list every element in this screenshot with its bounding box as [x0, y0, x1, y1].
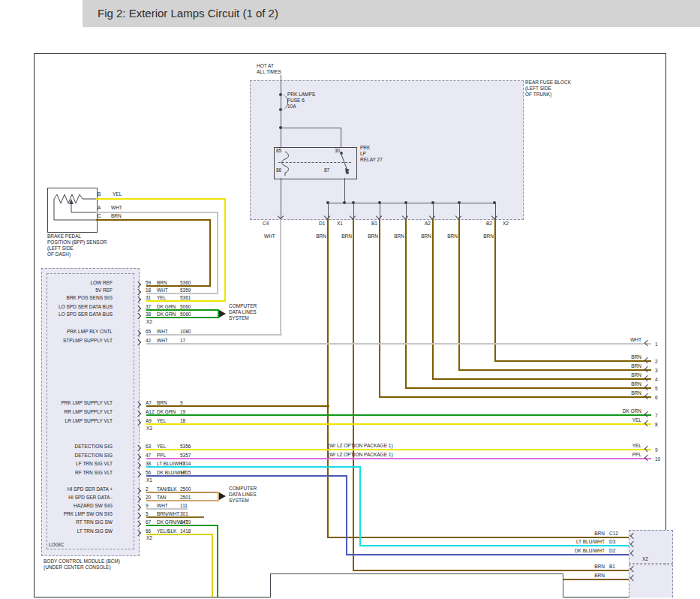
connector-icon: [644, 420, 650, 426]
wire-hi-spd-plus: [146, 492, 219, 493]
connector-icon: [644, 340, 650, 346]
pin-connector-icon: [135, 339, 141, 345]
wire-color-label: PPL: [596, 452, 641, 458]
terminal-number: 1: [655, 342, 658, 348]
relay-name-label: PRK LP RELAY 27: [360, 145, 383, 163]
junction-dot: [343, 201, 346, 204]
wire-hazard-sig: [146, 508, 188, 510]
pin-connector-icon: [135, 504, 141, 510]
wire-brn: [379, 219, 380, 398]
connector-terminal: LT BLU/WHTD3: [558, 539, 663, 548]
wire-rf-turn: [346, 475, 347, 555]
terminal-label: B1: [609, 564, 615, 570]
connector-icon: [644, 393, 650, 399]
connector-label-c4: C4: [263, 221, 269, 227]
pin-function-label: LO SPD SER DATA BUS: [44, 304, 113, 310]
wire-sensor-brn: [209, 219, 211, 287]
power-feed-line: [281, 75, 281, 95]
pin-function-label: LO SPD SER DATA BUS: [44, 312, 113, 318]
wire-color-label: BRN: [596, 381, 641, 387]
wire-sensor-brn: [96, 219, 211, 221]
pin-function-label: LR LMP SUPPLY VLT: [44, 418, 113, 424]
wire-color-label: BRN: [596, 363, 641, 369]
wire-color-label: BRN: [596, 372, 641, 378]
wire-low-ref: [146, 285, 211, 287]
connector-label-b2: B2: [486, 221, 492, 227]
wire-brn: [458, 219, 460, 371]
label-line: REAR FUSE BLOCK: [525, 80, 571, 86]
pin-connector-icon: [135, 402, 141, 408]
label-line: BRAKE PEDAL: [47, 233, 107, 239]
pin-connector-icon: [135, 496, 141, 502]
figure-title: Fig 2: Exterior Lamps Circuit (1 of 2): [98, 7, 278, 20]
connector-icon: [644, 384, 650, 390]
edge-terminal: WHT1: [596, 337, 665, 346]
pin-function-label: PRK LMP SUPPLY VLT: [44, 400, 113, 406]
sensor-pin: B: [98, 191, 101, 197]
connector-icon: [630, 541, 636, 547]
data-line-arrow-icon: [219, 492, 226, 500]
connector-icon: [644, 411, 650, 417]
label-line: 10A: [287, 104, 315, 110]
label-line: COMPUTER: [229, 486, 257, 492]
bcm-logic-label: LOGIC: [49, 542, 64, 548]
wire-color-label: DK GRN: [596, 408, 641, 414]
bpp-sensor-caption: BRAKE PEDAL POSITION (BPP) SENSOR (LEFT …: [47, 233, 107, 257]
wire-sensor-wht: [217, 212, 218, 294]
wire-prk-lmp-sw: [146, 516, 204, 518]
wire-brn-d1: [327, 219, 329, 538]
label-line: OF TRUNK): [525, 92, 571, 98]
pin-function-label: HI SPD SER DATA -: [44, 495, 113, 501]
pin-function-label: 5V REF: [44, 287, 113, 293]
pin-function-label: LF TRN SIG VLT: [44, 461, 113, 467]
connector-icon: [644, 446, 650, 452]
terminal-number: 10: [655, 456, 660, 462]
wire-color-label: YEL: [113, 191, 122, 197]
pin-function-label: STPLMP SUPPLY VLT: [44, 338, 113, 344]
pin-function-label: LOW REF: [44, 280, 113, 286]
label-line: BODY CONTROL MODULE (BCM): [44, 558, 120, 564]
label-line: HOT AT: [257, 63, 305, 69]
wire-rt-trn-sw: [146, 525, 218, 526]
wire-color-label: BRN: [416, 233, 431, 239]
wire-lr-lmp-supply: [146, 423, 651, 425]
wire-color-label: YEL: [596, 417, 641, 423]
label-line: PRK: [360, 145, 383, 151]
relay-terminal-85: 85: [276, 148, 281, 154]
wire-color-label: YEL: [596, 443, 641, 449]
connector-icon: [644, 366, 650, 372]
pin-connector-icon: [135, 296, 141, 303]
wire-hi-spd-minus: [146, 500, 219, 501]
connector-group-x1: X1: [337, 221, 343, 227]
pin-connector-icon: [135, 488, 141, 494]
wire-prk-lmp-supply: [146, 405, 329, 407]
label-line: (UNDER CENTER CONSOLE): [44, 564, 120, 570]
edge-terminal: BRN5: [596, 381, 665, 390]
edge-terminal: BRN6: [596, 390, 665, 399]
connector-icon: [644, 357, 650, 363]
wire-color-label: LT BLU/WHT: [558, 539, 605, 545]
pin-function-label: PRK LMP SW ON SIG: [44, 511, 113, 517]
wire-lo-spd-bus: [146, 309, 219, 311]
pin-connector-icon: [135, 454, 141, 460]
wire-rt-trn-sw: [217, 525, 218, 597]
label-line: SYSTEM: [229, 315, 257, 321]
terminal-label: C12: [609, 531, 618, 537]
sensor-pin: A: [98, 205, 101, 211]
pin-connector-icon: [135, 289, 141, 295]
connector-label-a2: A2: [425, 221, 431, 227]
connector-label-b1: B1: [371, 221, 377, 227]
wire-relay-control-wht: [280, 219, 281, 336]
wire-sensor-wht: [96, 212, 218, 213]
wire-color-label: BRN: [479, 233, 494, 239]
bcm-pin-row: HAZARD SW SIG9WHT111: [44, 503, 216, 510]
label-line: LP: [360, 151, 383, 157]
connector-group-label: X2: [642, 556, 648, 562]
wire-lt-trn-sw: [146, 534, 213, 535]
label-line: FUSE 6: [287, 98, 315, 104]
wire-color-label: BRN: [311, 233, 326, 239]
pin-connector-icon: [135, 330, 141, 336]
pin-function-label: RT TRN SIG SW: [44, 519, 113, 525]
pin-connector-icon: [135, 281, 141, 287]
relay-87-output-line: [344, 178, 345, 203]
